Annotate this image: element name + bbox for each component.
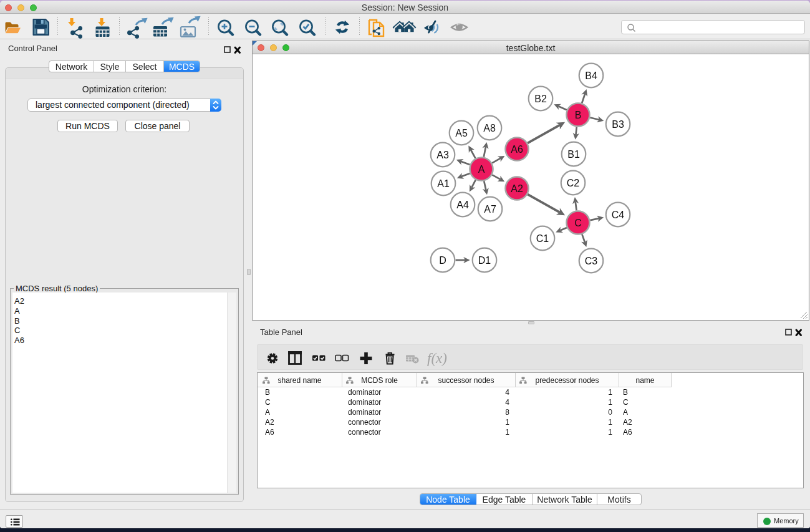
svg-text:A: A bbox=[478, 164, 485, 175]
svg-text:D: D bbox=[439, 255, 446, 266]
svg-text:A8: A8 bbox=[483, 123, 496, 133]
svg-text:B3: B3 bbox=[612, 119, 624, 130]
svg-text:A5: A5 bbox=[455, 128, 468, 138]
svg-text:C4: C4 bbox=[612, 210, 625, 220]
svg-text:C: C bbox=[574, 218, 582, 228]
svg-text:B4: B4 bbox=[585, 70, 597, 81]
svg-text:A4: A4 bbox=[456, 200, 469, 210]
svg-text:B1: B1 bbox=[567, 149, 580, 160]
svg-text:D1: D1 bbox=[478, 255, 491, 266]
svg-text:A3: A3 bbox=[436, 150, 449, 160]
svg-text:A7: A7 bbox=[484, 204, 496, 215]
svg-text:A1: A1 bbox=[437, 178, 450, 189]
svg-text:C2: C2 bbox=[567, 178, 580, 188]
svg-text:B: B bbox=[575, 110, 582, 120]
svg-text:A6: A6 bbox=[511, 144, 523, 155]
svg-text:f(x): f(x) bbox=[427, 351, 447, 366]
svg-text:C3: C3 bbox=[585, 256, 598, 266]
svg-text:A2: A2 bbox=[511, 183, 523, 194]
svg-text:B2: B2 bbox=[534, 94, 547, 104]
svg-text:C1: C1 bbox=[536, 233, 549, 244]
